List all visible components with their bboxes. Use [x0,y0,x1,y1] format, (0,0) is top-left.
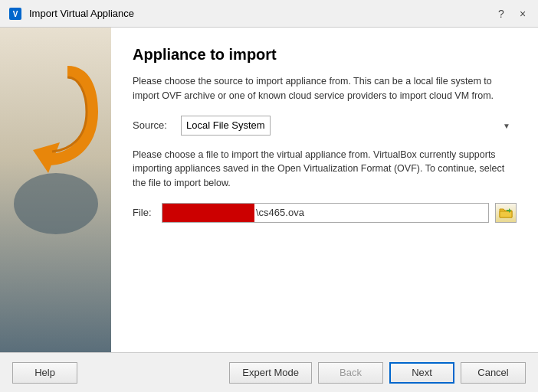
source-select-wrapper[interactable]: Local File System Cloud Service [181,116,517,136]
next-button[interactable]: Next [389,362,454,384]
file-path-suffix: \cs465.ova [254,207,304,218]
import-arrow-illustration [10,51,102,242]
file-label: File: [133,207,156,218]
source-select[interactable]: Local File System Cloud Service [181,116,271,136]
file-input-container[interactable]: \cs465.ova [162,203,489,223]
file-row: File: \cs465.ova [133,203,517,223]
svg-text:V: V [13,10,18,18]
main-content: Appliance to import Please choose the so… [111,28,538,352]
page-title: Appliance to import [133,46,517,64]
titlebar: V Import Virtual Appliance ? × [0,0,538,28]
footer: Help Expert Mode Back Next Cancel [0,352,538,392]
help-window-button[interactable]: ? [494,6,509,21]
app-icon: V [8,6,23,21]
file-browse-button[interactable] [495,203,517,223]
file-path-redacted [162,204,254,222]
window-controls: ? × [494,6,530,21]
help-button[interactable]: Help [12,362,77,384]
expert-mode-button[interactable]: Expert Mode [229,362,312,384]
cancel-button[interactable]: Cancel [461,362,526,384]
window-title: Import Virtual Appliance [29,8,494,19]
source-description: Please choose the source to import appli… [133,74,517,103]
file-description-text: Please choose a file to import the virtu… [133,149,504,189]
svg-point-2 [14,173,98,234]
source-label: Source: [133,119,175,131]
folder-icon [499,207,513,219]
sidebar-illustration [0,28,111,352]
back-button[interactable]: Back [318,362,383,384]
source-row: Source: Local File System Cloud Service [133,116,517,136]
dialog-body: Appliance to import Please choose the so… [0,28,538,352]
file-description: Please choose a file to import the virtu… [133,148,517,191]
close-window-button[interactable]: × [515,6,530,21]
source-description-text: Please choose the source to import appli… [133,76,494,101]
